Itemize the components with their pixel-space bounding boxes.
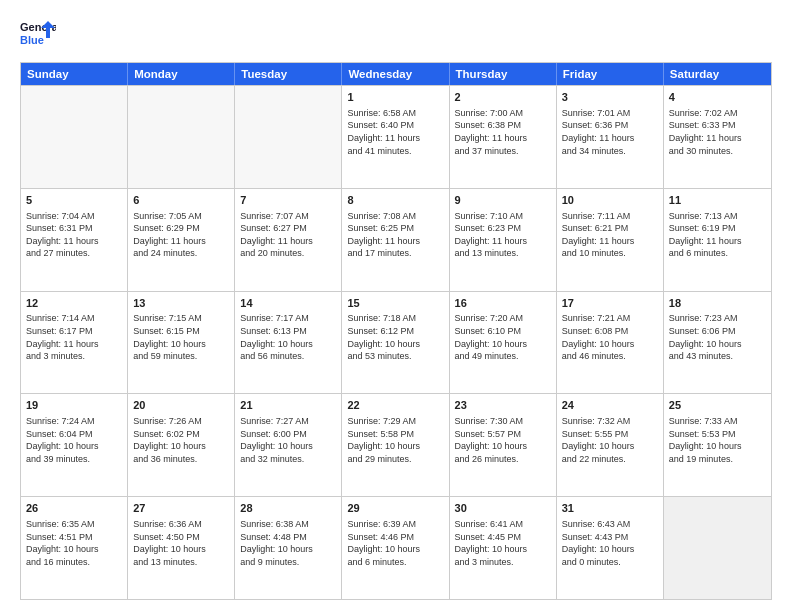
cell-info: Sunrise: 7:10 AM Sunset: 6:23 PM Dayligh… bbox=[455, 210, 551, 260]
cell-info: Sunrise: 7:21 AM Sunset: 6:08 PM Dayligh… bbox=[562, 312, 658, 362]
day-header-monday: Monday bbox=[128, 63, 235, 85]
cal-cell: 12Sunrise: 7:14 AM Sunset: 6:17 PM Dayli… bbox=[21, 292, 128, 394]
day-header-saturday: Saturday bbox=[664, 63, 771, 85]
cell-info: Sunrise: 7:24 AM Sunset: 6:04 PM Dayligh… bbox=[26, 415, 122, 465]
cal-cell: 24Sunrise: 7:32 AM Sunset: 5:55 PM Dayli… bbox=[557, 394, 664, 496]
cal-cell: 31Sunrise: 6:43 AM Sunset: 4:43 PM Dayli… bbox=[557, 497, 664, 599]
day-number: 19 bbox=[26, 398, 122, 413]
cal-cell: 10Sunrise: 7:11 AM Sunset: 6:21 PM Dayli… bbox=[557, 189, 664, 291]
day-header-thursday: Thursday bbox=[450, 63, 557, 85]
day-number: 25 bbox=[669, 398, 766, 413]
cal-cell: 5Sunrise: 7:04 AM Sunset: 6:31 PM Daylig… bbox=[21, 189, 128, 291]
cal-cell: 2Sunrise: 7:00 AM Sunset: 6:38 PM Daylig… bbox=[450, 86, 557, 188]
day-number: 23 bbox=[455, 398, 551, 413]
day-header-sunday: Sunday bbox=[21, 63, 128, 85]
cell-info: Sunrise: 7:20 AM Sunset: 6:10 PM Dayligh… bbox=[455, 312, 551, 362]
day-number: 4 bbox=[669, 90, 766, 105]
day-number: 14 bbox=[240, 296, 336, 311]
cal-row-3: 19Sunrise: 7:24 AM Sunset: 6:04 PM Dayli… bbox=[21, 393, 771, 496]
cal-cell: 26Sunrise: 6:35 AM Sunset: 4:51 PM Dayli… bbox=[21, 497, 128, 599]
cal-cell: 27Sunrise: 6:36 AM Sunset: 4:50 PM Dayli… bbox=[128, 497, 235, 599]
cal-cell: 8Sunrise: 7:08 AM Sunset: 6:25 PM Daylig… bbox=[342, 189, 449, 291]
day-number: 3 bbox=[562, 90, 658, 105]
cell-info: Sunrise: 7:11 AM Sunset: 6:21 PM Dayligh… bbox=[562, 210, 658, 260]
cal-cell bbox=[128, 86, 235, 188]
cal-row-1: 5Sunrise: 7:04 AM Sunset: 6:31 PM Daylig… bbox=[21, 188, 771, 291]
cal-cell: 23Sunrise: 7:30 AM Sunset: 5:57 PM Dayli… bbox=[450, 394, 557, 496]
day-number: 27 bbox=[133, 501, 229, 516]
cal-cell: 22Sunrise: 7:29 AM Sunset: 5:58 PM Dayli… bbox=[342, 394, 449, 496]
cal-cell: 11Sunrise: 7:13 AM Sunset: 6:19 PM Dayli… bbox=[664, 189, 771, 291]
cell-info: Sunrise: 7:08 AM Sunset: 6:25 PM Dayligh… bbox=[347, 210, 443, 260]
cell-info: Sunrise: 7:02 AM Sunset: 6:33 PM Dayligh… bbox=[669, 107, 766, 157]
day-number: 21 bbox=[240, 398, 336, 413]
cal-cell: 7Sunrise: 7:07 AM Sunset: 6:27 PM Daylig… bbox=[235, 189, 342, 291]
page: GeneralBlue SundayMondayTuesdayWednesday… bbox=[0, 0, 792, 612]
day-number: 1 bbox=[347, 90, 443, 105]
calendar: SundayMondayTuesdayWednesdayThursdayFrid… bbox=[20, 62, 772, 600]
cell-info: Sunrise: 7:33 AM Sunset: 5:53 PM Dayligh… bbox=[669, 415, 766, 465]
cell-info: Sunrise: 6:39 AM Sunset: 4:46 PM Dayligh… bbox=[347, 518, 443, 568]
day-number: 16 bbox=[455, 296, 551, 311]
day-number: 30 bbox=[455, 501, 551, 516]
cell-info: Sunrise: 7:17 AM Sunset: 6:13 PM Dayligh… bbox=[240, 312, 336, 362]
cell-info: Sunrise: 6:43 AM Sunset: 4:43 PM Dayligh… bbox=[562, 518, 658, 568]
day-number: 28 bbox=[240, 501, 336, 516]
day-number: 13 bbox=[133, 296, 229, 311]
cal-cell: 30Sunrise: 6:41 AM Sunset: 4:45 PM Dayli… bbox=[450, 497, 557, 599]
day-header-wednesday: Wednesday bbox=[342, 63, 449, 85]
cell-info: Sunrise: 7:29 AM Sunset: 5:58 PM Dayligh… bbox=[347, 415, 443, 465]
cell-info: Sunrise: 6:38 AM Sunset: 4:48 PM Dayligh… bbox=[240, 518, 336, 568]
day-number: 11 bbox=[669, 193, 766, 208]
cal-cell: 17Sunrise: 7:21 AM Sunset: 6:08 PM Dayli… bbox=[557, 292, 664, 394]
cal-cell bbox=[664, 497, 771, 599]
cell-info: Sunrise: 7:00 AM Sunset: 6:38 PM Dayligh… bbox=[455, 107, 551, 157]
cell-info: Sunrise: 7:26 AM Sunset: 6:02 PM Dayligh… bbox=[133, 415, 229, 465]
cal-row-4: 26Sunrise: 6:35 AM Sunset: 4:51 PM Dayli… bbox=[21, 496, 771, 599]
cal-cell bbox=[235, 86, 342, 188]
cal-cell: 14Sunrise: 7:17 AM Sunset: 6:13 PM Dayli… bbox=[235, 292, 342, 394]
cell-info: Sunrise: 6:36 AM Sunset: 4:50 PM Dayligh… bbox=[133, 518, 229, 568]
day-number: 18 bbox=[669, 296, 766, 311]
cal-cell: 15Sunrise: 7:18 AM Sunset: 6:12 PM Dayli… bbox=[342, 292, 449, 394]
cal-cell: 19Sunrise: 7:24 AM Sunset: 6:04 PM Dayli… bbox=[21, 394, 128, 496]
cal-cell: 13Sunrise: 7:15 AM Sunset: 6:15 PM Dayli… bbox=[128, 292, 235, 394]
cal-cell: 3Sunrise: 7:01 AM Sunset: 6:36 PM Daylig… bbox=[557, 86, 664, 188]
day-number: 2 bbox=[455, 90, 551, 105]
cell-info: Sunrise: 7:01 AM Sunset: 6:36 PM Dayligh… bbox=[562, 107, 658, 157]
day-number: 12 bbox=[26, 296, 122, 311]
cal-cell: 20Sunrise: 7:26 AM Sunset: 6:02 PM Dayli… bbox=[128, 394, 235, 496]
cal-cell: 6Sunrise: 7:05 AM Sunset: 6:29 PM Daylig… bbox=[128, 189, 235, 291]
day-header-tuesday: Tuesday bbox=[235, 63, 342, 85]
cal-row-0: 1Sunrise: 6:58 AM Sunset: 6:40 PM Daylig… bbox=[21, 85, 771, 188]
header: GeneralBlue bbox=[20, 16, 772, 52]
calendar-body: 1Sunrise: 6:58 AM Sunset: 6:40 PM Daylig… bbox=[21, 85, 771, 599]
cell-info: Sunrise: 7:15 AM Sunset: 6:15 PM Dayligh… bbox=[133, 312, 229, 362]
logo: GeneralBlue bbox=[20, 16, 56, 52]
cal-cell: 18Sunrise: 7:23 AM Sunset: 6:06 PM Dayli… bbox=[664, 292, 771, 394]
day-header-friday: Friday bbox=[557, 63, 664, 85]
cal-cell: 16Sunrise: 7:20 AM Sunset: 6:10 PM Dayli… bbox=[450, 292, 557, 394]
cell-info: Sunrise: 7:23 AM Sunset: 6:06 PM Dayligh… bbox=[669, 312, 766, 362]
cell-info: Sunrise: 7:18 AM Sunset: 6:12 PM Dayligh… bbox=[347, 312, 443, 362]
cell-info: Sunrise: 7:07 AM Sunset: 6:27 PM Dayligh… bbox=[240, 210, 336, 260]
day-number: 22 bbox=[347, 398, 443, 413]
svg-text:Blue: Blue bbox=[20, 34, 44, 46]
day-number: 10 bbox=[562, 193, 658, 208]
cal-cell: 25Sunrise: 7:33 AM Sunset: 5:53 PM Dayli… bbox=[664, 394, 771, 496]
cal-cell bbox=[21, 86, 128, 188]
day-number: 31 bbox=[562, 501, 658, 516]
cal-cell: 4Sunrise: 7:02 AM Sunset: 6:33 PM Daylig… bbox=[664, 86, 771, 188]
cal-cell: 1Sunrise: 6:58 AM Sunset: 6:40 PM Daylig… bbox=[342, 86, 449, 188]
cell-info: Sunrise: 6:41 AM Sunset: 4:45 PM Dayligh… bbox=[455, 518, 551, 568]
day-number: 15 bbox=[347, 296, 443, 311]
cell-info: Sunrise: 6:58 AM Sunset: 6:40 PM Dayligh… bbox=[347, 107, 443, 157]
day-number: 7 bbox=[240, 193, 336, 208]
cell-info: Sunrise: 6:35 AM Sunset: 4:51 PM Dayligh… bbox=[26, 518, 122, 568]
day-number: 24 bbox=[562, 398, 658, 413]
day-number: 17 bbox=[562, 296, 658, 311]
cal-cell: 21Sunrise: 7:27 AM Sunset: 6:00 PM Dayli… bbox=[235, 394, 342, 496]
day-number: 5 bbox=[26, 193, 122, 208]
day-number: 20 bbox=[133, 398, 229, 413]
cell-info: Sunrise: 7:05 AM Sunset: 6:29 PM Dayligh… bbox=[133, 210, 229, 260]
